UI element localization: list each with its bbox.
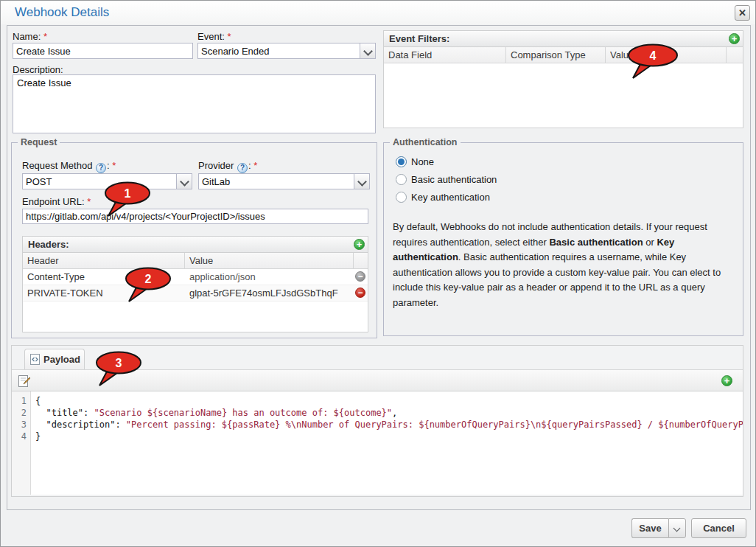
title-bar: Webhook Details ✕ xyxy=(1,1,755,24)
payload-panel: Payload + 1234 { "title": "Scenario ${sc… xyxy=(11,345,743,497)
authentication-legend: Authentication xyxy=(390,137,461,147)
cancel-button[interactable]: Cancel xyxy=(691,518,746,538)
chevron-down-icon[interactable] xyxy=(176,174,192,189)
auth-description: By default, Webhooks do not include auth… xyxy=(393,220,734,310)
request-method-value[interactable] xyxy=(23,174,175,189)
column-header[interactable]: Data Field xyxy=(384,47,506,63)
name-input[interactable] xyxy=(13,43,192,58)
headers-panel: Headers: + Header Value Content-Type app… xyxy=(22,236,368,332)
description-label: Description: xyxy=(13,64,63,75)
provider-select-value[interactable] xyxy=(199,174,353,189)
auth-radio-key[interactable]: Key authentication xyxy=(396,192,490,203)
description-field[interactable]: Create Issue xyxy=(13,74,376,133)
payload-tabstrip: Payload xyxy=(12,346,743,369)
endpoint-url-label: Endpoint URL: * xyxy=(22,196,91,207)
page-title: Webhook Details xyxy=(15,5,109,20)
headers-panel-title: Headers: + xyxy=(23,237,368,253)
required-asterisk: * xyxy=(227,31,231,42)
event-filters-panel: Event Filters: + Data Field Comparison T… xyxy=(383,30,743,128)
request-method-select[interactable] xyxy=(22,173,192,189)
remove-header-icon[interactable]: − xyxy=(355,271,365,282)
save-menu-chevron-icon[interactable] xyxy=(668,518,686,538)
auth-radio-none[interactable]: None xyxy=(396,156,434,167)
provider-label: Provider ?: * xyxy=(198,160,257,173)
tab-label: Payload xyxy=(43,354,80,365)
radio-label: Basic authentication xyxy=(411,174,497,185)
event-select-value[interactable] xyxy=(198,43,359,58)
header-value-cell: glpat-5rGFE74osmLFJsdGSbThqF xyxy=(185,285,354,301)
header-name-cell: PRIVATE-TOKEN xyxy=(23,285,185,301)
help-icon[interactable]: ? xyxy=(237,163,248,173)
dialog-body: Name: * Event: * Description: Create Iss… xyxy=(7,25,751,510)
endpoint-url-field[interactable] xyxy=(22,209,368,224)
radio-icon[interactable] xyxy=(396,192,407,203)
code-file-icon xyxy=(30,354,40,365)
required-asterisk: * xyxy=(43,31,47,42)
radio-icon[interactable] xyxy=(396,174,407,185)
radio-selected-icon[interactable] xyxy=(396,156,407,167)
authentication-fieldset: Authentication None Basic authentication… xyxy=(383,142,743,336)
webhook-details-dialog: Webhook Details ✕ Name: * Event: * Descr… xyxy=(0,0,756,547)
tab-payload[interactable]: Payload xyxy=(24,349,85,369)
chevron-down-icon[interactable] xyxy=(360,43,375,58)
add-payload-button[interactable]: + xyxy=(721,375,732,386)
request-fieldset: Request Request Method ?: * Provider ?: … xyxy=(11,142,377,338)
chevron-down-icon[interactable] xyxy=(354,174,369,189)
request-method-label: Request Method ?: * xyxy=(22,160,116,173)
help-icon[interactable]: ? xyxy=(96,163,106,173)
editor-code[interactable]: { "title": "Scenario ${scenarioName} has… xyxy=(31,391,743,495)
column-header[interactable]: Value xyxy=(185,253,354,268)
remove-header-icon[interactable]: − xyxy=(355,288,365,298)
endpoint-url-input[interactable] xyxy=(23,209,368,223)
save-button[interactable]: Save xyxy=(631,518,668,538)
event-filters-empty-body xyxy=(384,63,743,128)
header-name-cell: Content-Type xyxy=(23,269,185,285)
radio-label: None xyxy=(411,156,434,167)
column-header-actions xyxy=(727,47,743,63)
payload-code-editor[interactable]: 1234 { "title": "Scenario ${scenarioName… xyxy=(12,391,743,495)
table-row[interactable]: PRIVATE-TOKEN glpat-5rGFE74osmLFJsdGSbTh… xyxy=(23,285,368,302)
provider-select[interactable] xyxy=(198,173,370,189)
headers-column-row: Header Value xyxy=(23,253,368,269)
event-filters-title: Event Filters: + xyxy=(384,31,743,47)
event-label: Event: * xyxy=(197,31,231,42)
name-field[interactable] xyxy=(13,43,193,59)
close-icon[interactable]: ✕ xyxy=(735,5,750,21)
column-header[interactable]: Value xyxy=(606,47,727,63)
required-asterisk: * xyxy=(253,160,257,171)
column-header[interactable]: Header xyxy=(23,253,185,268)
editor-gutter: 1234 xyxy=(12,391,31,495)
event-select[interactable] xyxy=(197,43,376,59)
auth-radio-basic[interactable]: Basic authentication xyxy=(396,174,497,185)
add-event-filter-button[interactable]: + xyxy=(729,33,740,44)
required-asterisk: * xyxy=(87,196,91,207)
payload-toolbar: + xyxy=(12,369,743,391)
column-header[interactable]: Comparison Type xyxy=(506,47,606,63)
name-label: Name: * xyxy=(13,31,47,42)
event-filters-column-row: Data Field Comparison Type Value xyxy=(384,47,743,63)
required-asterisk: * xyxy=(112,160,116,171)
header-value-cell: application/json xyxy=(185,269,354,285)
format-payload-icon[interactable] xyxy=(18,374,31,388)
radio-label: Key authentication xyxy=(411,192,490,203)
save-split-button: Save xyxy=(631,518,686,538)
request-legend: Request xyxy=(18,137,60,147)
table-row[interactable]: Content-Type application/json − xyxy=(23,269,368,285)
add-header-button[interactable]: + xyxy=(354,239,365,250)
column-header-actions xyxy=(354,253,368,268)
